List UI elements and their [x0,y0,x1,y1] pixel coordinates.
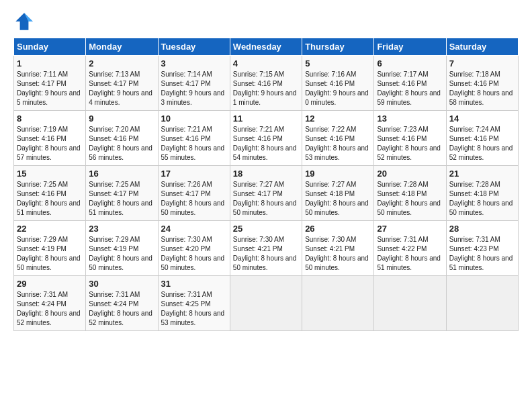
calendar-cell: 31 Sunrise: 7:31 AMSunset: 4:25 PMDaylig… [158,276,230,331]
calendar-table: SundayMondayTuesdayWednesdayThursdayFrid… [13,38,519,331]
day-number: 23 [89,224,154,234]
calendar-cell [230,276,302,331]
day-info: Sunrise: 7:21 AMSunset: 4:16 PMDaylight:… [161,126,225,161]
day-number: 20 [377,169,443,179]
day-info: Sunrise: 7:22 AMSunset: 4:16 PMDaylight:… [305,126,369,161]
day-info: Sunrise: 7:13 AMSunset: 4:17 PMDaylight:… [89,71,152,106]
calendar-cell: 8 Sunrise: 7:19 AMSunset: 4:16 PMDayligh… [14,111,86,166]
header-sunday: Sunday [14,38,86,56]
page-container: SundayMondayTuesdayWednesdayThursdayFrid… [0,0,532,338]
calendar-cell: 14 Sunrise: 7:24 AMSunset: 4:16 PMDaylig… [446,111,518,166]
day-info: Sunrise: 7:26 AMSunset: 4:17 PMDaylight:… [161,181,225,216]
calendar-cell: 24 Sunrise: 7:30 AMSunset: 4:20 PMDaylig… [158,221,230,276]
day-info: Sunrise: 7:31 AMSunset: 4:22 PMDaylight:… [377,236,441,271]
week-row-3: 15 Sunrise: 7:25 AMSunset: 4:16 PMDaylig… [14,166,519,221]
day-number: 9 [89,113,154,124]
day-info: Sunrise: 7:14 AMSunset: 4:17 PMDaylight:… [161,71,225,106]
calendar-cell: 3 Sunrise: 7:14 AMSunset: 4:17 PMDayligh… [158,56,230,111]
day-info: Sunrise: 7:20 AMSunset: 4:16 PMDaylight:… [89,126,152,161]
calendar-cell [302,276,374,331]
calendar-cell: 5 Sunrise: 7:16 AMSunset: 4:16 PMDayligh… [302,56,374,111]
calendar-cell: 27 Sunrise: 7:31 AMSunset: 4:22 PMDaylig… [374,221,446,276]
calendar-cell: 1 Sunrise: 7:11 AMSunset: 4:17 PMDayligh… [14,56,86,111]
day-info: Sunrise: 7:30 AMSunset: 4:21 PMDaylight:… [233,236,297,271]
calendar-cell: 20 Sunrise: 7:28 AMSunset: 4:18 PMDaylig… [374,166,446,221]
day-info: Sunrise: 7:30 AMSunset: 4:20 PMDaylight:… [161,236,225,271]
calendar-cell: 15 Sunrise: 7:25 AMSunset: 4:16 PMDaylig… [14,166,86,221]
calendar-cell: 22 Sunrise: 7:29 AMSunset: 4:19 PMDaylig… [14,221,86,276]
day-info: Sunrise: 7:17 AMSunset: 4:16 PMDaylight:… [377,71,441,106]
day-number: 15 [17,169,83,179]
logo [13,11,38,32]
calendar-cell: 19 Sunrise: 7:27 AMSunset: 4:18 PMDaylig… [302,166,374,221]
calendar-cell: 26 Sunrise: 7:30 AMSunset: 4:21 PMDaylig… [302,221,374,276]
day-number: 22 [17,224,83,234]
header [13,11,519,32]
day-info: Sunrise: 7:25 AMSunset: 4:17 PMDaylight:… [89,181,152,216]
day-number: 18 [233,169,299,179]
calendar-cell: 7 Sunrise: 7:18 AMSunset: 4:16 PMDayligh… [446,56,518,111]
day-number: 30 [89,279,154,289]
calendar-cell: 29 Sunrise: 7:31 AMSunset: 4:24 PMDaylig… [14,276,86,331]
day-number: 19 [305,169,371,179]
day-info: Sunrise: 7:27 AMSunset: 4:17 PMDaylight:… [233,181,297,216]
calendar-cell: 4 Sunrise: 7:15 AMSunset: 4:16 PMDayligh… [230,56,302,111]
day-info: Sunrise: 7:29 AMSunset: 4:19 PMDaylight:… [89,236,152,271]
calendar-cell: 6 Sunrise: 7:17 AMSunset: 4:16 PMDayligh… [374,56,446,111]
calendar-cell: 11 Sunrise: 7:21 AMSunset: 4:16 PMDaylig… [230,111,302,166]
day-number: 21 [449,169,515,179]
calendar-cell: 17 Sunrise: 7:26 AMSunset: 4:17 PMDaylig… [158,166,230,221]
day-info: Sunrise: 7:24 AMSunset: 4:16 PMDaylight:… [449,126,513,161]
day-number: 29 [17,279,83,289]
day-info: Sunrise: 7:31 AMSunset: 4:23 PMDaylight:… [449,236,513,271]
logo-icon [13,11,35,32]
header-row: SundayMondayTuesdayWednesdayThursdayFrid… [14,38,519,56]
week-row-4: 22 Sunrise: 7:29 AMSunset: 4:19 PMDaylig… [14,221,519,276]
calendar-cell [374,276,446,331]
calendar-cell: 21 Sunrise: 7:28 AMSunset: 4:18 PMDaylig… [446,166,518,221]
day-number: 2 [89,58,154,68]
day-number: 25 [233,224,299,234]
week-row-5: 29 Sunrise: 7:31 AMSunset: 4:24 PMDaylig… [14,276,519,331]
day-number: 13 [377,113,443,124]
day-info: Sunrise: 7:25 AMSunset: 4:16 PMDaylight:… [17,181,81,216]
calendar-cell: 25 Sunrise: 7:30 AMSunset: 4:21 PMDaylig… [230,221,302,276]
day-number: 7 [449,58,515,68]
calendar-cell: 28 Sunrise: 7:31 AMSunset: 4:23 PMDaylig… [446,221,518,276]
header-wednesday: Wednesday [230,38,302,56]
header-tuesday: Tuesday [158,38,230,56]
day-info: Sunrise: 7:11 AMSunset: 4:17 PMDaylight:… [17,71,81,106]
calendar-cell: 16 Sunrise: 7:25 AMSunset: 4:17 PMDaylig… [86,166,158,221]
day-info: Sunrise: 7:31 AMSunset: 4:24 PMDaylight:… [17,291,81,326]
day-number: 5 [305,58,371,68]
day-number: 14 [449,113,515,124]
day-number: 16 [89,169,154,179]
day-info: Sunrise: 7:31 AMSunset: 4:25 PMDaylight:… [161,291,225,326]
day-number: 6 [377,58,443,68]
day-info: Sunrise: 7:27 AMSunset: 4:18 PMDaylight:… [305,181,369,216]
day-number: 8 [17,113,83,124]
day-number: 12 [305,113,371,124]
week-row-1: 1 Sunrise: 7:11 AMSunset: 4:17 PMDayligh… [14,56,519,111]
day-number: 17 [161,169,227,179]
day-info: Sunrise: 7:19 AMSunset: 4:16 PMDaylight:… [17,126,81,161]
header-monday: Monday [86,38,158,56]
day-info: Sunrise: 7:28 AMSunset: 4:18 PMDaylight:… [377,181,441,216]
day-number: 10 [161,113,227,124]
calendar-cell: 10 Sunrise: 7:21 AMSunset: 4:16 PMDaylig… [158,111,230,166]
calendar-cell: 18 Sunrise: 7:27 AMSunset: 4:17 PMDaylig… [230,166,302,221]
header-saturday: Saturday [446,38,518,56]
calendar-cell: 2 Sunrise: 7:13 AMSunset: 4:17 PMDayligh… [86,56,158,111]
calendar-cell: 9 Sunrise: 7:20 AMSunset: 4:16 PMDayligh… [86,111,158,166]
header-thursday: Thursday [302,38,374,56]
day-info: Sunrise: 7:31 AMSunset: 4:24 PMDaylight:… [89,291,152,326]
day-number: 31 [161,279,227,289]
day-info: Sunrise: 7:15 AMSunset: 4:16 PMDaylight:… [233,71,297,106]
calendar-cell [446,276,518,331]
day-number: 28 [449,224,515,234]
day-number: 3 [161,58,227,68]
day-number: 26 [305,224,371,234]
day-info: Sunrise: 7:18 AMSunset: 4:16 PMDaylight:… [449,71,513,106]
day-number: 4 [233,58,299,68]
calendar-cell: 13 Sunrise: 7:23 AMSunset: 4:16 PMDaylig… [374,111,446,166]
